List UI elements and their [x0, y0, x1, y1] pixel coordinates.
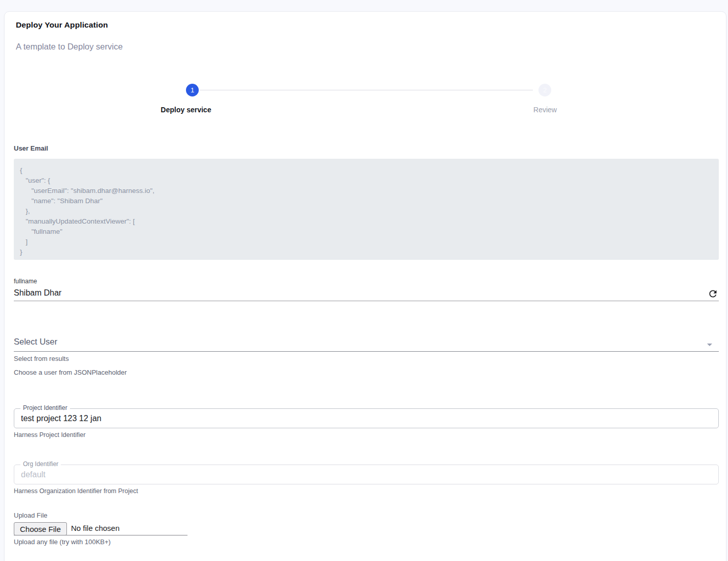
- choose-file-button[interactable]: Choose File: [14, 522, 67, 535]
- select-user-dropdown[interactable]: Select User: [14, 337, 719, 351]
- page-subtitle: A template to Deploy service: [16, 42, 123, 52]
- user-email-json: { "user": { "userEmail": "shibam.dhar@ha…: [14, 159, 719, 264]
- upload-file-input[interactable]: Choose File No file chosen: [14, 522, 187, 535]
- select-user-value: Select User: [14, 337, 57, 346]
- user-email-label: User Email: [14, 144, 48, 152]
- org-identifier-field: [14, 465, 719, 484]
- upload-file-underline: [14, 535, 187, 535]
- upload-file-helper: Upload any file (try with 100KB+): [14, 538, 111, 546]
- stepper-step-1-circle[interactable]: 1: [186, 84, 199, 96]
- project-identifier-helper: Harness Project Identifier: [14, 431, 85, 438]
- chevron-down-icon: [703, 338, 716, 351]
- select-user-underline: [14, 351, 719, 352]
- fullname-label: fullname: [14, 278, 37, 285]
- page-background: Deploy Your Application A template to De…: [0, 0, 728, 561]
- refresh-icon: [708, 288, 720, 299]
- org-identifier-input[interactable]: [21, 466, 711, 483]
- stepper-step-2-label: Review: [494, 106, 596, 114]
- fullname-input[interactable]: [14, 286, 698, 300]
- org-identifier-label: Org Identifier: [20, 460, 61, 468]
- stepper-step-2-circle: 2: [538, 84, 551, 96]
- project-identifier-label: Project Identifier: [20, 404, 70, 411]
- project-identifier-field: [14, 408, 719, 428]
- deploy-form-card: Deploy Your Application A template to De…: [4, 11, 726, 561]
- select-user-helper: Select from results: [14, 355, 69, 362]
- file-chosen-status: No file chosen: [71, 524, 120, 532]
- user-email-context-viewer: { "user": { "userEmail": "shibam.dhar@ha…: [14, 159, 719, 260]
- stepper-connector: [200, 90, 533, 90]
- project-identifier-input[interactable]: [21, 409, 711, 427]
- upload-file-label: Upload File: [14, 511, 48, 519]
- fullname-underline: [14, 301, 719, 301]
- page-title: Deploy Your Application: [16, 20, 108, 30]
- stepper-step-1-label: Deploy service: [135, 106, 237, 114]
- select-user-description: Choose a user from JSONPlaceholder: [14, 369, 127, 376]
- stepper-step-2-number: 2: [543, 86, 547, 94]
- org-identifier-helper: Harness Organization Identifier from Pro…: [14, 487, 138, 495]
- stepper-step-1-number: 1: [191, 86, 194, 94]
- refresh-button[interactable]: [708, 287, 720, 300]
